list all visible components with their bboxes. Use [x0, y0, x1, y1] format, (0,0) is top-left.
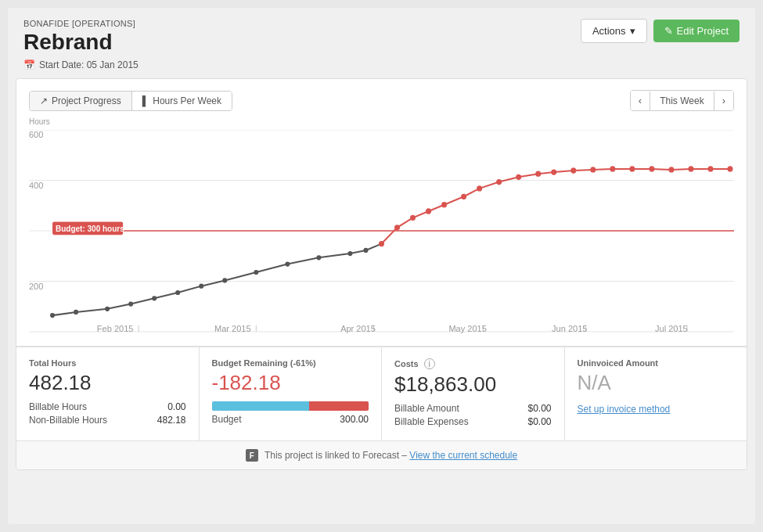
bar-chart-icon: ▌: [142, 95, 149, 106]
svg-point-20: [285, 261, 290, 266]
total-hours-value: 482.18: [29, 371, 186, 395]
svg-text:May 2015: May 2015: [448, 324, 486, 333]
budget-value: 300.00: [340, 414, 369, 425]
svg-text:200: 200: [29, 282, 43, 291]
svg-point-44: [727, 166, 732, 171]
svg-point-27: [410, 215, 416, 221]
billable-hours-label: Billable Hours: [29, 401, 87, 412]
chevron-down-icon: ▾: [630, 25, 635, 37]
forecast-icon: F: [246, 449, 258, 462]
chart-area: Hours 600 400 200: [29, 119, 734, 338]
line-chart-icon: ↗: [40, 95, 48, 106]
svg-text:400: 400: [29, 181, 43, 190]
chart-section: ↗ Project Progress ▌ Hours Per Week ‹ Th…: [16, 79, 747, 347]
svg-point-36: [570, 167, 576, 173]
svg-point-19: [254, 270, 258, 275]
billable-hours-row: Billable Hours 0.00: [29, 401, 186, 412]
svg-point-17: [199, 284, 203, 289]
nonbillable-hours-label: Non-Billable Hours: [29, 415, 107, 426]
svg-text:Feb 2015: Feb 2015: [97, 324, 133, 333]
svg-point-40: [649, 166, 654, 171]
svg-point-26: [394, 225, 400, 230]
billable-amount-label: Billable Amount: [394, 403, 459, 414]
stat-total-hours: Total Hours 482.18 Billable Hours 0.00 N…: [16, 347, 200, 440]
stat-uninvoiced: Uninvoiced Amount N/A Set up invoice met…: [565, 347, 747, 440]
progress-chart: 600 400 200 Budget: 300 hours: [29, 130, 734, 333]
budget-remaining-value: -182.18: [212, 371, 369, 395]
stat-budget-remaining: Budget Remaining (-61%) -182.18 Budget 3…: [200, 347, 383, 440]
nonbillable-hours-row: Non-Billable Hours 482.18: [29, 415, 186, 426]
main-card: ↗ Project Progress ▌ Hours Per Week ‹ Th…: [16, 78, 747, 470]
billable-expenses-label: Billable Expenses: [394, 416, 469, 427]
nonbillable-hours-value: 482.18: [157, 415, 186, 426]
svg-point-32: [496, 179, 502, 185]
billable-amount-value: $0.00: [527, 403, 551, 414]
billable-expenses-value: $0.00: [527, 416, 551, 427]
svg-point-35: [551, 169, 556, 174]
budget-label: Budget: [212, 414, 242, 425]
header-actions: Actions ▾ ✎ Edit Project: [581, 19, 740, 43]
svg-point-21: [316, 255, 321, 260]
svg-point-29: [441, 202, 447, 207]
svg-text:Jun 2015: Jun 2015: [552, 324, 587, 333]
svg-point-23: [363, 248, 368, 253]
svg-point-33: [516, 174, 521, 180]
header: BONAFIDE [OPERATIONS] Rebrand 📅 Start Da…: [8, 8, 755, 78]
svg-text:Budget: 300 hours: Budget: 300 hours: [56, 225, 124, 233]
start-date: 📅 Start Date: 05 Jan 2015: [23, 59, 740, 70]
svg-point-31: [477, 185, 482, 191]
svg-point-42: [688, 166, 693, 171]
billable-hours-value: 0.00: [167, 401, 185, 412]
budget-bar-used: [212, 401, 309, 411]
info-icon[interactable]: i: [424, 358, 435, 369]
nav-prev-button[interactable]: ‹: [631, 91, 650, 110]
setup-invoice-link[interactable]: Set up invoice method: [578, 404, 671, 415]
svg-point-43: [707, 166, 713, 171]
budget-row: Budget 300.00: [212, 414, 369, 425]
billable-expenses-row: Billable Expenses $0.00: [394, 416, 552, 427]
uninvoiced-value: N/A: [578, 371, 735, 395]
svg-point-39: [629, 166, 635, 171]
costs-title: Costs i: [394, 358, 552, 369]
svg-point-38: [610, 166, 615, 171]
costs-value: $18,863.00: [394, 372, 552, 397]
nav-current-label: This Week: [650, 92, 714, 110]
stat-costs: Costs i $18,863.00 Billable Amount $0.00…: [382, 347, 565, 440]
svg-point-28: [426, 208, 431, 214]
pencil-icon: ✎: [664, 25, 673, 37]
edit-project-button[interactable]: ✎ Edit Project: [653, 20, 740, 42]
svg-point-34: [535, 171, 541, 177]
svg-point-12: [74, 310, 78, 315]
svg-point-37: [590, 167, 596, 172]
calendar-icon: 📅: [23, 59, 35, 70]
svg-point-14: [128, 301, 133, 306]
svg-point-15: [152, 296, 157, 300]
actions-button[interactable]: Actions ▾: [581, 19, 647, 43]
svg-point-16: [175, 290, 180, 295]
stats-section: Total Hours 482.18 Billable Hours 0.00 N…: [16, 347, 747, 440]
budget-bar-container: [212, 401, 369, 411]
chart-tabs: ↗ Project Progress ▌ Hours Per Week: [29, 91, 232, 111]
svg-text:Apr 2015: Apr 2015: [340, 324, 376, 333]
budget-remaining-title: Budget Remaining (-61%): [212, 358, 369, 368]
view-schedule-link[interactable]: View the current schedule: [409, 450, 517, 461]
y-axis-label: Hours: [29, 117, 50, 126]
total-hours-title: Total Hours: [29, 358, 186, 368]
svg-point-11: [50, 313, 55, 318]
svg-point-41: [668, 167, 674, 172]
svg-text:Mar 2015: Mar 2015: [214, 324, 250, 333]
budget-bar-over: [309, 401, 369, 411]
svg-point-25: [379, 241, 384, 246]
svg-point-30: [461, 194, 466, 200]
svg-point-22: [347, 251, 352, 256]
forecast-text: This project is linked to Forecast –: [265, 450, 407, 461]
svg-point-13: [105, 307, 110, 311]
chart-navigation: ‹ This Week ›: [630, 90, 734, 111]
svg-point-18: [222, 278, 227, 282]
forecast-footer: F This project is linked to Forecast – V…: [16, 440, 747, 469]
uninvoiced-title: Uninvoiced Amount: [578, 358, 735, 368]
tab-hours-per-week[interactable]: ▌ Hours Per Week: [132, 92, 232, 110]
nav-next-button[interactable]: ›: [714, 91, 733, 110]
tab-project-progress[interactable]: ↗ Project Progress: [30, 92, 132, 110]
svg-text:Jul 2015: Jul 2015: [655, 324, 688, 333]
